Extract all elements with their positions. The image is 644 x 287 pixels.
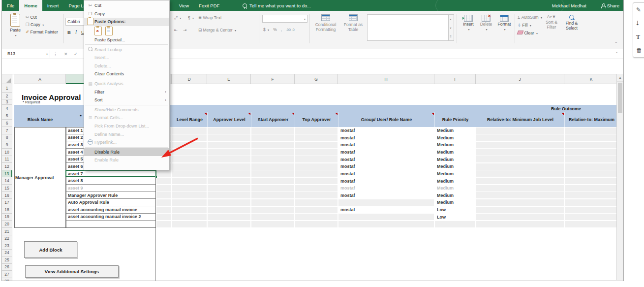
cell-H20[interactable]	[338, 221, 434, 227]
menu-item-cut[interactable]: ✂Cut	[84, 1, 169, 10]
cell-K8[interactable]	[565, 134, 618, 141]
cell-F13[interactable]	[251, 170, 294, 177]
paste-button[interactable]: Paste ▾	[6, 14, 25, 42]
column-header-start-approver[interactable]: Start Approver	[251, 112, 295, 127]
cell-I16[interactable]: Medium	[435, 192, 475, 198]
tab-insert[interactable]: Insert	[42, 0, 64, 11]
cell-H19[interactable]	[338, 214, 434, 220]
menu-item-disable-rule[interactable]: Disable Rule	[84, 148, 169, 157]
row-header-28[interactable]: 28	[2, 278, 12, 281]
percent-format-button[interactable]: %	[273, 27, 277, 32]
cell-D14[interactable]	[172, 178, 207, 184]
text-direction-icon[interactable]: ¶ ▾	[188, 15, 194, 20]
insert-cells-button[interactable]: Insert ▾	[460, 15, 477, 32]
column-header-group-user-role-name[interactable]: Group/ User/ Role Name	[338, 112, 434, 127]
cell-H15[interactable]: mostaf	[338, 185, 434, 191]
cell-J14[interactable]	[476, 178, 564, 184]
cell-J16[interactable]	[476, 192, 564, 198]
cell-K9[interactable]	[565, 142, 618, 148]
cell-G13[interactable]	[295, 170, 337, 177]
cell-D9[interactable]	[172, 142, 207, 148]
cell-D7[interactable]	[172, 128, 207, 134]
cell-K16[interactable]	[565, 192, 618, 198]
row-header-22[interactable]: 22	[2, 235, 12, 243]
cell-E17[interactable]	[208, 199, 250, 206]
cell-K12[interactable]	[565, 163, 618, 170]
cell-H18[interactable]: mostaf	[338, 207, 434, 213]
cell-D18[interactable]	[172, 207, 207, 213]
italic-button[interactable]: I	[75, 30, 77, 35]
cell-J10[interactable]	[476, 149, 564, 155]
fill-button[interactable]: ⇩ Fill ▾	[518, 23, 531, 28]
cell-E7[interactable]	[208, 128, 250, 134]
column-header-K[interactable]: K	[564, 74, 618, 84]
pencil-icon[interactable]: ✎	[636, 7, 641, 13]
cell-K13[interactable]	[565, 170, 618, 177]
cell-G20[interactable]	[295, 221, 337, 227]
format-as-table-button[interactable]: Format as Table	[341, 14, 365, 32]
cell-H9[interactable]: mostaf	[338, 142, 434, 148]
cell-F14[interactable]	[251, 178, 294, 184]
conditional-formatting-button[interactable]: Conditional Formatting	[312, 14, 339, 32]
cell-J17[interactable]	[476, 199, 564, 206]
confirm-entry-icon[interactable]: ✓	[74, 49, 78, 59]
cell-G9[interactable]	[295, 142, 337, 148]
row-header-6[interactable]: 6	[2, 120, 12, 127]
vertical-scrollbar[interactable]: ▲	[616, 74, 623, 280]
row-header-24[interactable]: 24	[2, 250, 12, 257]
cell-E11[interactable]	[208, 156, 250, 162]
row-header-7[interactable]: 7	[2, 127, 12, 134]
cell-I8[interactable]: Medium	[435, 134, 475, 141]
cell-G11[interactable]	[295, 156, 337, 162]
decimal-buttons[interactable]: .00 .0	[286, 28, 295, 32]
download-icon[interactable]: ⭣	[636, 20, 639, 26]
cell-G17[interactable]	[295, 199, 337, 206]
cell-J15[interactable]	[476, 185, 564, 191]
cell-E13[interactable]	[208, 170, 250, 177]
cell-E14[interactable]	[208, 178, 250, 184]
menu-item-clear-contents[interactable]: Clear Contents	[84, 70, 169, 78]
scrollbar-thumb[interactable]	[618, 83, 622, 113]
column-header-relative-to-minimum-job-level[interactable]: Relative-to: Minimum Job Level	[476, 112, 564, 127]
number-format-combo[interactable]: ▾	[262, 15, 307, 23]
cell-C20[interactable]	[156, 221, 171, 227]
cell-I20[interactable]	[435, 221, 475, 227]
cell-K20[interactable]	[565, 221, 618, 227]
cell-F7[interactable]	[251, 128, 294, 134]
cell-G18[interactable]	[295, 207, 337, 213]
cell-K14[interactable]	[565, 178, 618, 184]
cell-D19[interactable]	[172, 214, 207, 220]
cell-E8[interactable]	[208, 134, 250, 141]
cell-J8[interactable]	[476, 134, 564, 141]
row-header-23[interactable]: 23	[2, 242, 12, 250]
row-header-4[interactable]: 4	[2, 105, 12, 112]
cell-D12[interactable]	[172, 163, 207, 170]
cell-K18[interactable]	[565, 207, 618, 213]
trash-icon[interactable]: 🗑	[636, 47, 642, 53]
row-header-20[interactable]: 20	[2, 221, 12, 228]
cell-D13[interactable]	[172, 170, 207, 177]
sort-filter-button[interactable]: AZ▼ Sort & Filter	[543, 14, 560, 30]
cell-D17[interactable]	[172, 199, 207, 206]
column-header-level-range[interactable]: Level Range	[172, 112, 207, 127]
column-header-approver-level[interactable]: Approver Level	[207, 112, 251, 127]
cell-H17[interactable]	[338, 199, 434, 206]
menu-item-copy[interactable]: ❐Copy	[84, 10, 169, 18]
cell-K17[interactable]	[565, 199, 618, 206]
cell-I9[interactable]: Medium	[435, 142, 475, 148]
fill-handle[interactable]	[155, 176, 157, 178]
row-header-13[interactable]: 13	[2, 170, 12, 178]
cell-D20[interactable]	[172, 221, 207, 227]
share-button[interactable]: Share	[601, 0, 619, 11]
merge-center-button[interactable]: ⊟ Merge & Center ▾	[198, 28, 236, 32]
scroll-up-icon[interactable]: ▲	[617, 74, 623, 82]
column-header-H[interactable]: H	[338, 74, 434, 84]
cell-K7[interactable]	[565, 128, 618, 134]
tab-view[interactable]: View	[174, 0, 194, 11]
tab-home[interactable]: Home	[19, 0, 42, 11]
cell-J9[interactable]	[476, 142, 564, 148]
cell-I13[interactable]: Medium	[435, 170, 475, 177]
row-header-18[interactable]: 18	[2, 206, 12, 214]
copy-button[interactable]: ❐ Copy ▾	[26, 22, 44, 27]
collapse-ribbon-icon[interactable]: ⌃	[614, 41, 618, 46]
